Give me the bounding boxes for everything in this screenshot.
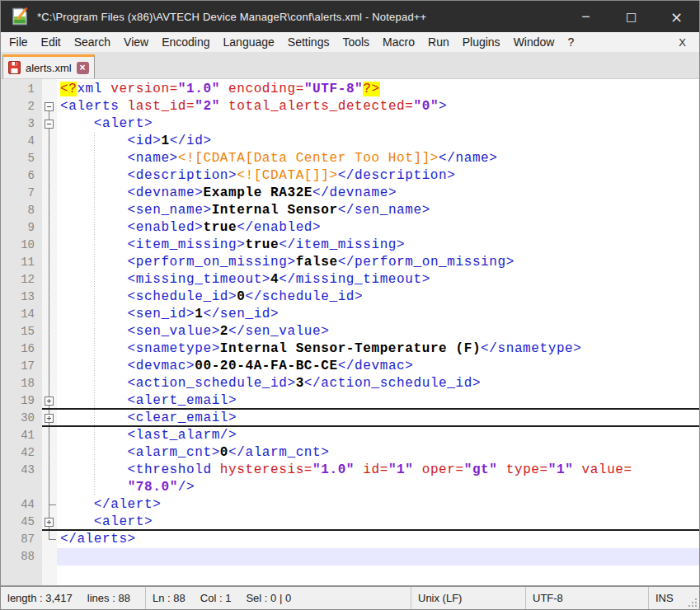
code-text[interactable] (57, 548, 699, 565)
syntax-segment: "0" (414, 99, 439, 114)
notepadpp-window: *C:\Program Files (x86)\AVTECH Device Ma… (0, 0, 700, 610)
menu-help[interactable]: ? (561, 32, 580, 52)
code-text[interactable]: <perform_on_missing>false</perform_on_mi… (57, 254, 699, 271)
menu-file[interactable]: File (2, 32, 35, 52)
syntax-segment: <missing_timeout> (60, 272, 270, 287)
syntax-segment: id= (355, 462, 388, 477)
code-text[interactable]: <schedule_id>0</schedule_id> (57, 289, 699, 306)
syntax-segment: <snametype> (60, 341, 220, 356)
code-text[interactable]: "78.0"/> (57, 479, 699, 496)
line-number: 45 (1, 514, 42, 531)
syntax-segment: "1.0" (312, 462, 355, 477)
code-text[interactable]: <threshold hysteresis="1.0" id="1" oper=… (57, 462, 699, 479)
line-number: 88 (1, 548, 42, 565)
syntax-segment: <item_missing> (60, 237, 245, 252)
code-text[interactable]: <last_alarm/> (57, 427, 699, 444)
code-text[interactable]: <sen_id>1</sen_id> (57, 306, 699, 323)
syntax-segment: > (439, 99, 447, 114)
menu-edit[interactable]: Edit (35, 32, 68, 52)
line-number: 10 (1, 237, 42, 254)
menu-language[interactable]: Language (217, 32, 281, 52)
code-text[interactable]: <alert_email> (57, 392, 699, 408)
fold-guide (42, 271, 57, 289)
syntax-segment: "78.0" (128, 480, 178, 495)
code-text[interactable]: <devmac>00-20-4A-FA-BC-CE</devmac> (57, 358, 699, 375)
syntax-segment: </devmac> (338, 359, 414, 373)
syntax-segment: <id> (60, 134, 161, 148)
tab-close-icon[interactable]: × (77, 62, 89, 74)
fold-guide (42, 150, 57, 167)
menu-search[interactable]: Search (68, 32, 117, 52)
line-number: 16 (1, 340, 42, 358)
code-text[interactable]: <name><![CDATA[Data Center Too Hot]]></n… (57, 150, 699, 167)
code-line: 8 <sen_name>Internal Sensor</sen_name> (1, 202, 699, 219)
fold-toggle-icon[interactable] (42, 410, 57, 425)
menu-settings[interactable]: Settings (281, 32, 336, 52)
syntax-segment: "1.0" (178, 82, 220, 96)
syntax-segment: <alarm_cnt> (60, 445, 220, 460)
code-text[interactable]: </alert> (57, 496, 699, 514)
syntax-segment: </sen_name> (338, 203, 430, 218)
fold-toggle-icon[interactable] (42, 392, 57, 408)
code-line: 1<?xml version="1.0" encoding="UTF-8"?> (1, 81, 699, 98)
fold-guide (42, 427, 57, 444)
line-number: 3 (1, 115, 42, 133)
code-text[interactable]: <devname>Example RA32E</devname> (57, 185, 699, 202)
menu-tools[interactable]: Tools (336, 32, 376, 52)
code-text[interactable]: <item_missing>true</item_missing> (57, 237, 699, 254)
code-text[interactable]: <enabled>true</enabled> (57, 219, 699, 237)
syntax-segment: <alert> (60, 116, 153, 131)
code-text[interactable]: <missing_timeout>4</missing_timeout> (57, 271, 699, 289)
fold-guide (42, 531, 57, 548)
status-eol-format[interactable]: Unix (LF) (411, 587, 526, 609)
menu-plugins[interactable]: Plugins (456, 32, 507, 52)
code-line: 16 <snametype>Internal Sensor-Temperatur… (1, 340, 699, 358)
syntax-segment: <enabled> (60, 220, 203, 235)
maximize-button[interactable]: □ (608, 1, 654, 32)
fold-guide (42, 81, 57, 98)
code-line: 19 <alert_email> (1, 392, 699, 410)
fold-toggle-icon[interactable] (42, 514, 57, 529)
fold-toggle-icon[interactable] (42, 98, 57, 115)
syntax-segment: </perform_on_missing> (338, 255, 514, 270)
editor[interactable]: 1<?xml version="1.0" encoding="UTF-8"?>2… (1, 79, 699, 586)
code-text[interactable]: <sen_value>2</sen_value> (57, 323, 699, 340)
syntax-segment: encoding= (220, 82, 304, 96)
status-cursor-position: Ln : 88 Col : 1 Sel : 0 | 0 (146, 587, 411, 609)
menu-window[interactable]: Window (507, 32, 561, 52)
close-button[interactable]: × (654, 1, 699, 32)
code-text[interactable]: <description><![CDATA[]]></description> (57, 167, 699, 185)
minimize-button[interactable]: ─ (563, 1, 608, 32)
syntax-segment: <threshold (60, 462, 212, 477)
line-number: 2 (1, 98, 42, 115)
resize-grip[interactable] (688, 598, 698, 608)
title-bar[interactable]: *C:\Program Files (x86)\AVTECH Device Ma… (1, 1, 699, 32)
code-text[interactable]: <action_schedule_id>3</action_schedule_i… (57, 375, 699, 392)
syntax-segment: <sen_id> (60, 307, 195, 321)
menu-view[interactable]: View (117, 32, 155, 52)
menu-macro[interactable]: Macro (376, 32, 421, 52)
menu-run[interactable]: Run (421, 32, 456, 52)
code-text[interactable]: <alarm_cnt>0</alarm_cnt> (57, 444, 699, 462)
syntax-segment: Example RA32E (203, 185, 312, 200)
code-text[interactable]: <alerts last_id="2" total_alerts_detecte… (57, 98, 699, 115)
unsaved-floppy-icon (8, 61, 21, 74)
tab-alerts-xml[interactable]: alerts.xml × (2, 54, 95, 78)
menu-encoding[interactable]: Encoding (155, 32, 216, 52)
syntax-segment: <sen_value> (60, 324, 220, 339)
code-text[interactable]: <snametype>Internal Sensor-Temperature (… (57, 340, 699, 358)
syntax-segment: "gt" (464, 462, 498, 477)
code-text[interactable]: <sen_name>Internal Sensor</sen_name> (57, 202, 699, 219)
close-document-icon[interactable]: X (675, 36, 689, 49)
code-line: 42 <alarm_cnt>0</alarm_cnt> (1, 444, 699, 462)
code-text[interactable]: <?xml version="1.0" encoding="UTF-8"?> (57, 81, 699, 98)
code-text[interactable]: <id>1</id> (57, 133, 699, 150)
fold-toggle-icon[interactable] (42, 115, 57, 133)
syntax-segment: </sen_id> (203, 307, 279, 321)
status-encoding[interactable]: UTF-8 (526, 587, 649, 609)
code-text[interactable]: <clear_email> (57, 410, 699, 425)
syntax-segment: <![CDATA[]]> (237, 168, 337, 183)
code-text[interactable]: <alert> (57, 115, 699, 133)
code-text[interactable]: </alerts> (57, 531, 699, 548)
code-text[interactable]: <alert> (57, 514, 699, 529)
